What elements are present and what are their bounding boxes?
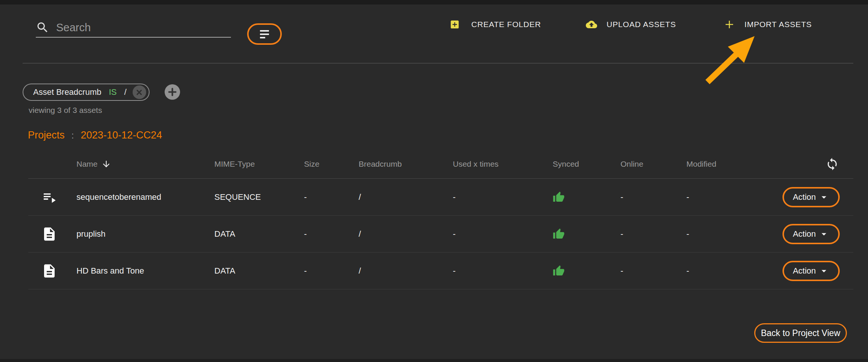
asset-used-times: -: [453, 192, 553, 202]
asset-online: -: [620, 229, 686, 239]
sort-lines-icon: [260, 30, 269, 38]
table-row[interactable]: sequencetoberenamed SEQUENCE - / - - - A…: [28, 179, 853, 216]
column-header-used-x-times[interactable]: Used x times: [453, 160, 553, 169]
table-row[interactable]: pruplish DATA - / - - - Action: [28, 216, 853, 252]
add-box-icon: [449, 19, 460, 30]
asset-online: -: [620, 192, 686, 202]
action-button-label: Action: [793, 192, 816, 202]
filter-sort-button[interactable]: [247, 23, 282, 45]
sort-descending-arrow-icon: [101, 159, 111, 169]
search-input[interactable]: [55, 21, 231, 34]
search-icon: [36, 21, 49, 34]
table-header-row: Name MIME-Type Size Breadcrumb Used x ti…: [28, 150, 853, 179]
back-to-project-view-button[interactable]: Back to Project View: [754, 323, 847, 343]
column-header-name-label: Name: [76, 160, 98, 169]
file-icon: [28, 226, 70, 242]
asset-name: HD Bars and Tone: [70, 266, 214, 276]
top-edge-strip: [0, 0, 868, 5]
close-icon: [136, 89, 142, 96]
viewing-count-text: viewing 3 of 3 assets: [29, 106, 102, 115]
bottom-edge-strip: [0, 359, 868, 362]
file-icon: [28, 263, 70, 279]
plus-icon: [724, 19, 735, 30]
asset-synced-status: [553, 265, 620, 277]
filter-chip-value: /: [124, 87, 127, 97]
upload-assets-label: UPLOAD ASSETS: [607, 20, 676, 29]
chevron-down-icon: [818, 228, 830, 240]
action-dropdown-button[interactable]: Action: [782, 261, 840, 281]
asset-used-times: -: [453, 266, 553, 276]
import-assets-button[interactable]: IMPORT ASSETS: [724, 17, 812, 32]
header-divider: [23, 63, 853, 64]
breadcrumb-separator: :: [72, 130, 74, 141]
column-header-synced[interactable]: Synced: [553, 160, 620, 169]
asset-breadcrumb: /: [359, 266, 453, 276]
table-row[interactable]: HD Bars and Tone DATA - / - - - Action: [28, 252, 853, 289]
breadcrumb-project-name-link[interactable]: 2023-10-12-CC24: [81, 129, 162, 141]
asset-synced-status: [553, 191, 620, 203]
asset-mime-type: DATA: [214, 266, 304, 276]
column-header-online[interactable]: Online: [620, 160, 686, 169]
assets-table: Name MIME-Type Size Breadcrumb Used x ti…: [28, 150, 853, 289]
action-dropdown-button[interactable]: Action: [782, 187, 840, 207]
asset-online: -: [620, 266, 686, 276]
breadcrumb-projects-link[interactable]: Projects: [28, 129, 65, 141]
column-header-modified[interactable]: Modified: [686, 160, 775, 169]
breadcrumb: Projects : 2023-10-12-CC24: [28, 129, 162, 141]
column-header-name[interactable]: Name: [70, 159, 214, 169]
remove-filter-button[interactable]: [133, 85, 146, 99]
cloud-upload-icon: [585, 19, 598, 30]
action-button-label: Action: [793, 229, 816, 239]
asset-modified: -: [686, 229, 775, 239]
create-folder-label: CREATE FOLDER: [471, 20, 541, 29]
asset-mime-type: SEQUENCE: [214, 192, 304, 202]
filter-chip[interactable]: Asset Breadcrumb IS /: [23, 84, 150, 101]
asset-breadcrumb: /: [359, 229, 453, 239]
plus-circle-icon: [168, 88, 177, 96]
asset-modified: -: [686, 192, 775, 202]
asset-size: -: [304, 266, 359, 276]
upload-assets-button[interactable]: UPLOAD ASSETS: [585, 17, 676, 32]
action-dropdown-button[interactable]: Action: [782, 224, 840, 244]
create-folder-button[interactable]: CREATE FOLDER: [449, 17, 541, 32]
column-header-mime-type[interactable]: MIME-Type: [214, 160, 304, 169]
column-header-breadcrumb[interactable]: Breadcrumb: [359, 160, 453, 169]
sequence-icon: [28, 190, 70, 205]
add-filter-button[interactable]: [165, 84, 180, 100]
refresh-table-button[interactable]: [825, 157, 853, 171]
filter-chip-operator: IS: [109, 87, 117, 97]
refresh-icon: [825, 157, 839, 171]
asset-name: pruplish: [70, 229, 214, 239]
filter-chip-field: Asset Breadcrumb: [33, 87, 101, 97]
asset-size: -: [304, 192, 359, 202]
asset-manager-screen: CREATE FOLDER UPLOAD ASSETS IMPORT ASSET…: [0, 0, 868, 362]
search-field[interactable]: [36, 18, 231, 38]
asset-breadcrumb: /: [359, 192, 453, 202]
thumbs-up-icon: [553, 265, 565, 277]
column-header-size[interactable]: Size: [304, 160, 359, 169]
asset-used-times: -: [453, 229, 553, 239]
action-button-label: Action: [793, 266, 816, 276]
asset-size: -: [304, 229, 359, 239]
asset-mime-type: DATA: [214, 229, 304, 239]
chevron-down-icon: [818, 265, 830, 277]
asset-name: sequencetoberenamed: [70, 192, 214, 202]
import-assets-label: IMPORT ASSETS: [744, 20, 812, 29]
thumbs-up-icon: [553, 228, 565, 240]
asset-synced-status: [553, 228, 620, 240]
asset-modified: -: [686, 266, 775, 276]
thumbs-up-icon: [553, 191, 565, 203]
chevron-down-icon: [818, 192, 830, 203]
